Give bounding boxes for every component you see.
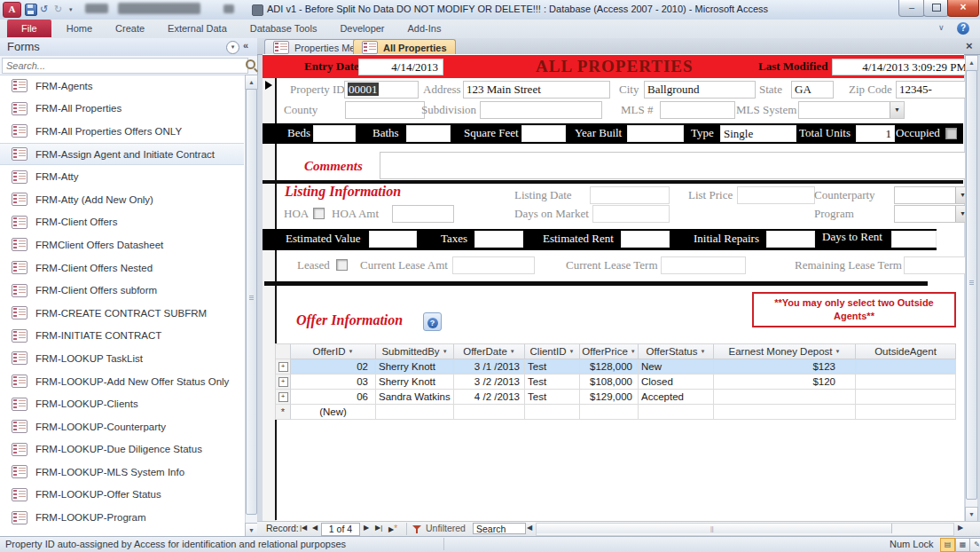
cell-submittedby[interactable]: Sherry Knott [376,375,454,390]
listing-date-input[interactable] [590,186,670,204]
empty-cell[interactable] [856,405,956,420]
address-input[interactable]: 123 Main Street [463,81,610,99]
empty-cell[interactable] [639,405,714,420]
scroll-right-icon[interactable]: ▶ [958,524,963,532]
mls-number-input[interactable] [660,101,735,119]
initial-repairs-input[interactable] [766,231,815,248]
datasheet-view-button[interactable]: ▦ [955,538,970,552]
sidebar-item-frm-atty-add-new-only-[interactable]: FRM-Atty (Add New Only) [0,188,244,211]
nav-pane-collapse-icon[interactable]: « [243,40,248,51]
column-header-offerid[interactable]: OfferID▼ [291,344,376,359]
list-price-input[interactable] [737,186,815,204]
cell-outsideagent[interactable] [856,359,956,375]
year-built-input[interactable] [627,125,684,142]
row-selector[interactable]: + [276,390,291,405]
sidebar-item-frm-all-properties[interactable]: FRM-All Properties [0,98,244,121]
form-view-button[interactable]: ▤ [940,538,955,552]
column-header-clientid[interactable]: ClientID▼ [525,344,580,359]
type-input[interactable]: Single [720,125,796,142]
sidebar-item-frm-create-contract-subfrm[interactable]: FRM-CREATE CONTRACT SUBFRM [0,302,244,325]
select-all-cell[interactable] [276,344,291,359]
sidebar-item-frm-lookup-clients[interactable]: FRM-LOOKUP-Clients [0,392,244,415]
counterparty-combo[interactable]: ▼ [894,186,970,204]
ribbon-tab-home[interactable]: Home [55,20,104,37]
empty-cell[interactable] [376,405,454,420]
cell-offerid[interactable]: 03 [291,375,376,390]
column-filter-icon[interactable]: ▼ [701,349,706,354]
property-id-input[interactable]: 00001 [344,81,419,99]
qat-dropdown-icon[interactable]: ▾ [69,3,73,16]
filter-status[interactable]: Unfiltered [426,523,466,533]
sidebar-item-frmclient-offers-datasheet[interactable]: FRMClient Offers Datasheet [0,233,244,256]
offer-row[interactable]: +02Sherry Knott3 /1 /2013Test$128,000New… [276,359,956,375]
cell-offerprice[interactable]: $129,000 [580,390,639,405]
column-header-earnest-money-depost[interactable]: Earnest Money Depost▼ [714,344,856,359]
sidebar-item-frm-lookup-mls-system-info[interactable]: FRM-LOOKUP-MLS System Info [0,461,244,484]
next-record-icon[interactable]: ▶ [364,524,369,532]
estimated-value-input[interactable] [369,231,417,248]
empty-cell[interactable] [454,405,525,420]
chevron-down-icon[interactable]: ▼ [890,102,904,118]
cell-offerdate[interactable]: 3 /1 /2013 [454,359,525,375]
design-view-button[interactable]: ✎ [969,538,980,552]
cell-earnest-money-depost[interactable] [714,390,856,405]
zip-code-input[interactable]: 12345- [896,81,969,99]
cell-outsideagent[interactable] [856,390,956,405]
new-record-selector[interactable]: * [276,405,291,420]
sidebar-item-frm-lookup-add-new-offer-status-only[interactable]: FRM-LOOKUP-Add New Offer Status Only [0,370,244,393]
cell-submittedby[interactable]: Sandra Watkins [376,390,454,405]
sidebar-item-frm-client-offers-subform[interactable]: FRM-Client Offers subform [0,279,244,302]
days-to-rent-input[interactable] [891,231,937,248]
cell-earnest-money-depost[interactable]: $120 [714,375,856,390]
nav-scrollbar-thumb[interactable] [246,89,257,515]
city-input[interactable]: Ballground [644,81,756,99]
cell-offerdate[interactable]: 4 /2 /2013 [454,390,525,405]
ribbon-tab-developer[interactable]: Developer [328,20,396,37]
scroll-up-icon[interactable]: ▲ [965,55,978,71]
leased-checkbox[interactable] [336,259,348,271]
beds-input[interactable] [313,125,356,142]
last-modified-input[interactable]: 4/14/2013 3:09:29 PM [832,59,972,75]
first-record-icon[interactable]: |◀ [300,524,307,532]
expand-row-icon[interactable]: + [278,362,288,372]
ribbon-tab-file[interactable]: File [7,20,51,37]
cell-earnest-money-depost[interactable]: $123 [714,359,856,375]
cell-offerstatus[interactable]: Closed [639,375,714,390]
mls-system-combo[interactable]: ▼ [798,101,905,119]
nav-search-input[interactable] [2,58,248,74]
hoa-checkbox[interactable] [313,208,325,219]
sidebar-item-frm-lookup-counterparty[interactable]: FRM-LOOKUP-Counterparty [0,415,244,438]
record-search-input[interactable] [473,523,526,534]
row-selector[interactable]: + [276,375,291,390]
comments-input[interactable] [380,152,969,179]
column-filter-icon[interactable]: ▼ [835,349,841,354]
help-icon[interactable]: ? [957,22,969,35]
days-on-market-input[interactable] [592,205,670,223]
undo-icon[interactable]: ↺ [40,3,48,16]
empty-cell[interactable] [580,405,639,420]
tab-all-properties[interactable]: All Properties [353,39,456,55]
estimated-rent-input[interactable] [621,231,670,248]
cell-outsideagent[interactable] [856,375,956,390]
search-icon[interactable] [246,59,255,69]
cell-offerstatus[interactable]: New [639,359,714,375]
sidebar-item-frm-all-properties-offers-only[interactable]: FRM-All Properties Offers ONLY [0,120,244,143]
cell-offerid[interactable]: 02 [291,359,376,375]
column-filter-icon[interactable]: ▼ [631,349,636,354]
column-filter-icon[interactable]: ▼ [568,349,574,354]
sidebar-item-frm-atty[interactable]: FRM-Atty [0,165,244,188]
restore-button[interactable] [923,0,949,17]
cell-offerstatus[interactable]: Accepted [639,390,714,405]
ribbon-tab-add-ins[interactable]: Add-Ins [396,20,453,37]
cell-clientid[interactable]: Test [525,390,580,405]
entry-date-input[interactable]: 4/14/2013 [358,59,443,75]
offer-row[interactable]: +03Sherry Knott3 /2 /2013Test$108,000Clo… [276,375,956,390]
form-scrollbar-thumb[interactable] [966,70,977,500]
minimize-button[interactable]: – [898,0,925,17]
row-selector[interactable]: + [276,359,291,375]
cell-offerid[interactable]: 06 [291,390,376,405]
state-input[interactable]: GA [791,81,834,99]
close-button[interactable]: × [947,0,979,17]
sidebar-item-frm-initiate-contract[interactable]: FRM-INITIATE CONTRACT [0,325,244,348]
ribbon-collapse-icon[interactable]: ∨ [938,23,945,32]
